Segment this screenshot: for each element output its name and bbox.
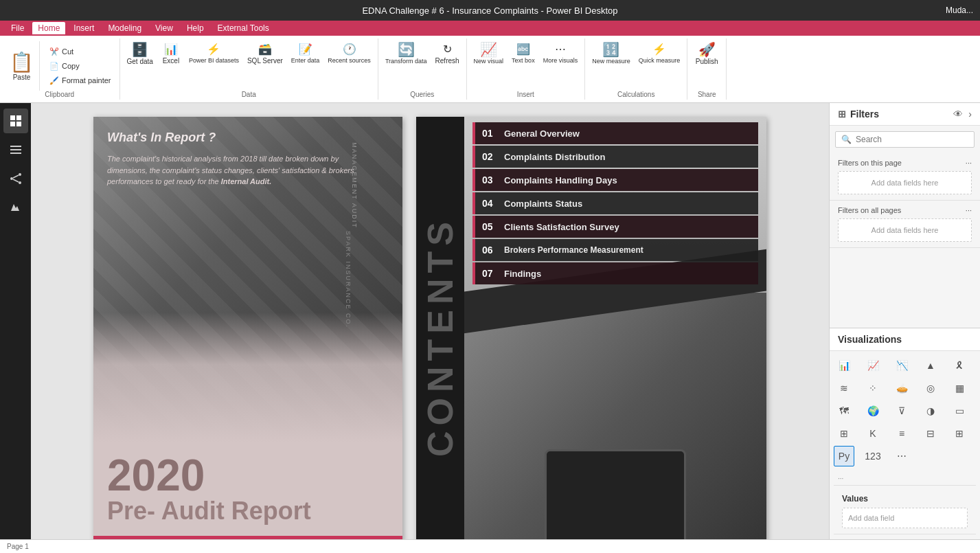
get-data-icon: 🗄️ (131, 43, 148, 56)
contents-item-7: 07 Findings (472, 262, 758, 284)
viz-bar-chart[interactable]: 📊 (834, 355, 854, 376)
viz-waterfall-chart[interactable]: ≋ (834, 378, 854, 398)
queries-label: Queries (410, 91, 434, 100)
bottom-bar: Page 1 (0, 539, 980, 553)
cut-button[interactable]: ✂️ Cut (45, 45, 115, 58)
text-box-button[interactable]: 🔤 Text box (509, 41, 538, 65)
viz-header: Visualizations (830, 328, 980, 351)
viz-gauge[interactable]: ◑ (920, 400, 941, 421)
insert-label: Insert (517, 91, 534, 100)
power-bi-datasets-button[interactable]: ⚡ Power BI datasets (186, 41, 242, 65)
new-measure-button[interactable]: 🔢 New measure (589, 41, 633, 66)
enter-data-button[interactable]: 📝 Enter data (288, 41, 323, 65)
item-6-num: 06 (482, 245, 499, 256)
ribbon-clipboard: 📋 Paste ✂️ Cut 📄 Copy 🖌️ Format painter … (0, 38, 120, 100)
viz-treemap[interactable]: ▦ (949, 378, 970, 398)
sidebar-report-icon[interactable] (3, 109, 28, 133)
page1-whats-in-report: What's In Report ? (107, 131, 361, 145)
filter-all-pages-header: Filters on all pages ··· (838, 206, 972, 214)
item-7-title: Findings (504, 269, 541, 279)
viz-filled-map[interactable]: 🌍 (863, 400, 883, 421)
viz-title: Visualizations (838, 334, 902, 345)
menu-file[interactable]: File (5, 22, 30, 34)
viz-funnel[interactable]: ⊽ (891, 400, 912, 421)
filter-on-page-more[interactable]: ··· (966, 159, 972, 167)
filters-title: ⊞ Filters (838, 109, 879, 120)
menu-bar: File Home Insert Modeling View Help Exte… (0, 21, 980, 36)
filters-eye-button[interactable]: 👁 (953, 109, 963, 120)
contents-item-3: 03 Complaints Handling Days (472, 169, 758, 191)
viz-scatter-chart[interactable]: ⁘ (863, 378, 883, 398)
item-1-num: 01 (482, 128, 499, 139)
transform-data-button[interactable]: 🔄 Transform data (383, 41, 430, 66)
recent-sources-icon: 🕐 (343, 43, 356, 56)
viz-multi-card[interactable]: ⊞ (834, 423, 854, 444)
new-visual-icon: 📈 (480, 43, 497, 56)
viz-map[interactable]: 🗺 (834, 400, 854, 421)
report-page-1[interactable]: What's In Report ? The complaint's histo… (93, 117, 402, 553)
ribbon-queries: 🔄 Transform data ↻ Refresh Queries (378, 38, 467, 100)
values-drop-area[interactable]: Add data field (842, 508, 968, 528)
menu-help[interactable]: Help (181, 22, 209, 34)
filters-panel: ⊞ Filters 👁 › 🔍 Filters on this page ··· (829, 103, 980, 328)
copy-button[interactable]: 📄 Copy (45, 60, 115, 73)
viz-r-script[interactable]: Py (834, 446, 854, 466)
more-visuals-button[interactable]: ⋯ More visuals (540, 41, 581, 65)
viz-ribbon-chart[interactable]: 🎗 (949, 355, 970, 376)
sidebar-data-icon[interactable] (3, 137, 28, 162)
format-painter-button[interactable]: 🖌️ Format painter (45, 74, 115, 87)
viz-area-chart[interactable]: ▲ (920, 355, 941, 376)
ribbon: 📋 Paste ✂️ Cut 📄 Copy 🖌️ Format painter … (0, 36, 980, 103)
sidebar-model-icon[interactable] (3, 166, 28, 191)
main-area: What's In Report ? The complaint's histo… (0, 103, 980, 553)
viz-matrix[interactable]: ⊞ (949, 423, 970, 444)
page1-gradient-overlay (93, 313, 402, 443)
viz-section-label: ··· (834, 472, 976, 486)
svg-point-4 (10, 177, 13, 180)
viz-donut-chart[interactable]: ◎ (920, 378, 941, 398)
get-data-button[interactable]: 🗄️ Get data (124, 41, 156, 67)
filters-search-box[interactable]: 🔍 (835, 131, 975, 148)
filter-on-page-drop[interactable]: Add data fields here (838, 171, 972, 194)
text-box-icon: 🔤 (516, 43, 530, 56)
page1-year: 2020 (107, 453, 389, 497)
filters-nav-button[interactable]: › (968, 109, 972, 120)
excel-button[interactable]: 📊 Excel (159, 41, 183, 66)
viz-column-chart[interactable]: 📈 (863, 355, 883, 376)
viz-slicer[interactable]: ≡ (891, 423, 912, 444)
report-page-2[interactable]: CONTENTS 01 General Overview 02 Complain… (416, 117, 766, 553)
new-visual-button[interactable]: 📈 New visual (471, 41, 507, 66)
svg-rect-3 (16, 122, 21, 126)
page1-description: The complaint's historical analysis from… (107, 153, 361, 188)
publish-button[interactable]: 🚀 Publish (692, 41, 722, 67)
filter-all-pages-drop[interactable]: Add data fields here (838, 218, 972, 242)
viz-ai-visual[interactable]: ⋯ (891, 446, 912, 466)
format-painter-icon: 🖌️ (49, 76, 59, 85)
viz-python[interactable]: 123 (863, 446, 883, 466)
refresh-button[interactable]: ↻ Refresh (433, 41, 462, 66)
contents-item-2: 02 Complaints Distribution (472, 146, 758, 168)
viz-card[interactable]: ▭ (949, 400, 970, 421)
viz-line-chart[interactable]: 📉 (891, 355, 912, 376)
recent-sources-button[interactable]: 🕐 Recent sources (325, 41, 374, 65)
menu-view[interactable]: View (150, 22, 179, 34)
menu-insert[interactable]: Insert (68, 22, 100, 34)
viz-pie-chart[interactable]: 🥧 (891, 378, 912, 398)
filters-actions: 👁 › (953, 109, 972, 120)
item-5-num: 05 (482, 221, 499, 232)
item-3-title: Complaints Handling Days (504, 175, 617, 185)
filters-search-input[interactable] (856, 135, 968, 144)
menu-external-tools[interactable]: External Tools (212, 22, 275, 34)
paste-label: Paste (13, 74, 31, 81)
menu-home[interactable]: Home (32, 22, 65, 34)
viz-kpi[interactable]: K (863, 423, 883, 444)
sql-server-button[interactable]: 🗃️ SQL Server (244, 41, 286, 66)
quick-measure-button[interactable]: ⚡ Quick measure (636, 41, 683, 65)
paste-button[interactable]: 📋 Paste (4, 41, 40, 91)
contents-item-1: 01 General Overview (472, 122, 758, 144)
viz-table[interactable]: ⊟ (920, 423, 941, 444)
sidebar-dax-icon[interactable] (3, 195, 28, 220)
filter-all-pages-more[interactable]: ··· (966, 206, 972, 214)
menu-modeling[interactable]: Modeling (102, 22, 147, 34)
item-5-title: Clients Satisfaction Survey (504, 222, 619, 232)
